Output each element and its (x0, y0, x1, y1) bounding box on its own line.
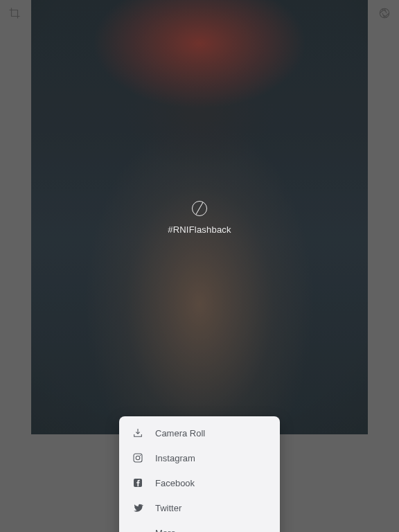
share-twitter[interactable]: Twitter (132, 495, 267, 520)
share-camera-roll[interactable]: Camera Roll (132, 420, 267, 445)
more-icon (132, 526, 144, 532)
share-facebook[interactable]: Facebook (132, 470, 267, 495)
share-item-label: Twitter (155, 503, 181, 513)
share-sheet: Camera Roll Instagram Facebook (119, 416, 280, 532)
share-item-label: Camera Roll (155, 428, 205, 438)
download-icon (132, 427, 144, 439)
instagram-icon (132, 452, 144, 464)
no-symbol-icon (192, 201, 207, 216)
hashtag-label: #RNIFlashback (168, 224, 231, 235)
share-instagram[interactable]: Instagram (132, 445, 267, 470)
svg-point-2 (136, 456, 140, 460)
svg-point-3 (140, 455, 141, 456)
share-item-label: More (155, 528, 176, 533)
share-item-label: Facebook (155, 478, 195, 488)
aperture-icon (378, 7, 391, 22)
center-overlay: #RNIFlashback (0, 201, 399, 235)
twitter-icon (132, 502, 144, 514)
facebook-icon (132, 477, 144, 489)
app-root: #RNIFlashback Camera Roll Instagram (0, 0, 399, 532)
svg-rect-1 (134, 454, 142, 462)
crop-icon (8, 7, 21, 22)
crop-button[interactable] (8, 8, 21, 21)
aperture-button[interactable] (378, 8, 391, 21)
share-item-label: Instagram (155, 453, 195, 463)
share-more[interactable]: More (132, 520, 267, 532)
svg-point-0 (380, 8, 389, 18)
